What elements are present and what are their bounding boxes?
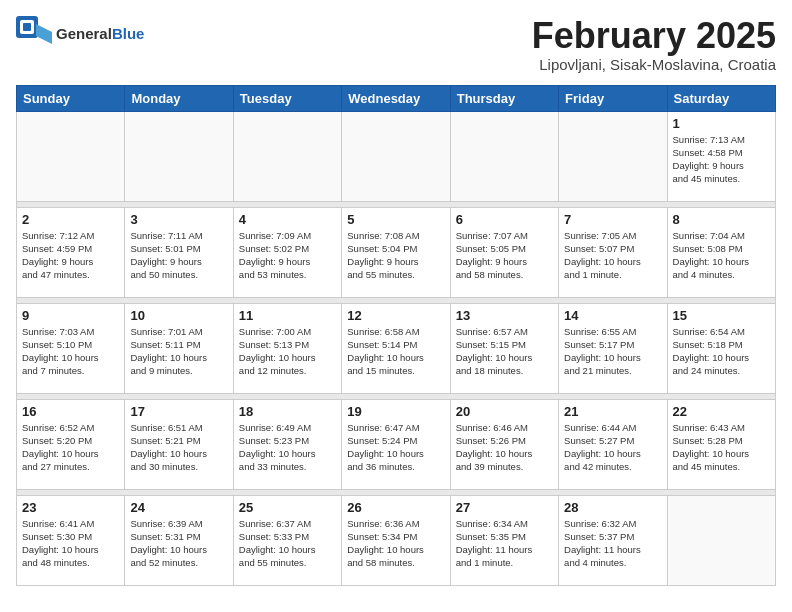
- calendar-week-row: 9Sunrise: 7:03 AM Sunset: 5:10 PM Daylig…: [17, 303, 776, 393]
- day-number: 5: [347, 212, 444, 227]
- day-info: Sunrise: 6:52 AM Sunset: 5:20 PM Dayligh…: [22, 421, 119, 474]
- day-number: 21: [564, 404, 661, 419]
- calendar-day-cell: [17, 111, 125, 201]
- day-info: Sunrise: 6:58 AM Sunset: 5:14 PM Dayligh…: [347, 325, 444, 378]
- day-info: Sunrise: 6:57 AM Sunset: 5:15 PM Dayligh…: [456, 325, 553, 378]
- day-info: Sunrise: 7:03 AM Sunset: 5:10 PM Dayligh…: [22, 325, 119, 378]
- day-number: 3: [130, 212, 227, 227]
- calendar-week-row: 2Sunrise: 7:12 AM Sunset: 4:59 PM Daylig…: [17, 207, 776, 297]
- day-number: 16: [22, 404, 119, 419]
- day-info: Sunrise: 7:01 AM Sunset: 5:11 PM Dayligh…: [130, 325, 227, 378]
- calendar-day-cell: 10Sunrise: 7:01 AM Sunset: 5:11 PM Dayli…: [125, 303, 233, 393]
- day-number: 22: [673, 404, 770, 419]
- calendar-day-cell: [559, 111, 667, 201]
- calendar-day-cell: 14Sunrise: 6:55 AM Sunset: 5:17 PM Dayli…: [559, 303, 667, 393]
- day-info: Sunrise: 7:07 AM Sunset: 5:05 PM Dayligh…: [456, 229, 553, 282]
- day-number: 9: [22, 308, 119, 323]
- day-number: 8: [673, 212, 770, 227]
- calendar-day-cell: 28Sunrise: 6:32 AM Sunset: 5:37 PM Dayli…: [559, 495, 667, 585]
- day-info: Sunrise: 6:44 AM Sunset: 5:27 PM Dayligh…: [564, 421, 661, 474]
- calendar-day-cell: 5Sunrise: 7:08 AM Sunset: 5:04 PM Daylig…: [342, 207, 450, 297]
- day-info: Sunrise: 7:08 AM Sunset: 5:04 PM Dayligh…: [347, 229, 444, 282]
- day-number: 24: [130, 500, 227, 515]
- calendar-day-cell: 12Sunrise: 6:58 AM Sunset: 5:14 PM Dayli…: [342, 303, 450, 393]
- day-header-thursday: Thursday: [450, 85, 558, 111]
- day-header-tuesday: Tuesday: [233, 85, 341, 111]
- day-header-friday: Friday: [559, 85, 667, 111]
- day-number: 15: [673, 308, 770, 323]
- day-number: 13: [456, 308, 553, 323]
- calendar-week-row: 1Sunrise: 7:13 AM Sunset: 4:58 PM Daylig…: [17, 111, 776, 201]
- day-number: 12: [347, 308, 444, 323]
- day-number: 11: [239, 308, 336, 323]
- calendar-day-cell: [450, 111, 558, 201]
- calendar-header-row: SundayMondayTuesdayWednesdayThursdayFrid…: [17, 85, 776, 111]
- logo: GeneralBlue: [16, 16, 144, 52]
- calendar-day-cell: 21Sunrise: 6:44 AM Sunset: 5:27 PM Dayli…: [559, 399, 667, 489]
- calendar-day-cell: 8Sunrise: 7:04 AM Sunset: 5:08 PM Daylig…: [667, 207, 775, 297]
- day-header-monday: Monday: [125, 85, 233, 111]
- calendar-day-cell: 25Sunrise: 6:37 AM Sunset: 5:33 PM Dayli…: [233, 495, 341, 585]
- day-info: Sunrise: 6:54 AM Sunset: 5:18 PM Dayligh…: [673, 325, 770, 378]
- calendar-title: February 2025: [532, 16, 776, 56]
- day-number: 14: [564, 308, 661, 323]
- calendar-day-cell: 23Sunrise: 6:41 AM Sunset: 5:30 PM Dayli…: [17, 495, 125, 585]
- day-number: 7: [564, 212, 661, 227]
- calendar-day-cell: 24Sunrise: 6:39 AM Sunset: 5:31 PM Dayli…: [125, 495, 233, 585]
- calendar-day-cell: [667, 495, 775, 585]
- day-info: Sunrise: 7:05 AM Sunset: 5:07 PM Dayligh…: [564, 229, 661, 282]
- calendar-day-cell: 4Sunrise: 7:09 AM Sunset: 5:02 PM Daylig…: [233, 207, 341, 297]
- day-number: 4: [239, 212, 336, 227]
- calendar-day-cell: 16Sunrise: 6:52 AM Sunset: 5:20 PM Dayli…: [17, 399, 125, 489]
- page-header: GeneralBlue February 2025 Lipovljani, Si…: [16, 16, 776, 73]
- logo-icon: [16, 16, 52, 52]
- svg-rect-2: [23, 23, 31, 31]
- calendar-day-cell: 20Sunrise: 6:46 AM Sunset: 5:26 PM Dayli…: [450, 399, 558, 489]
- day-number: 20: [456, 404, 553, 419]
- calendar-day-cell: 9Sunrise: 7:03 AM Sunset: 5:10 PM Daylig…: [17, 303, 125, 393]
- day-info: Sunrise: 7:12 AM Sunset: 4:59 PM Dayligh…: [22, 229, 119, 282]
- calendar-day-cell: 1Sunrise: 7:13 AM Sunset: 4:58 PM Daylig…: [667, 111, 775, 201]
- day-number: 2: [22, 212, 119, 227]
- day-number: 18: [239, 404, 336, 419]
- calendar-day-cell: 6Sunrise: 7:07 AM Sunset: 5:05 PM Daylig…: [450, 207, 558, 297]
- day-number: 26: [347, 500, 444, 515]
- day-info: Sunrise: 6:43 AM Sunset: 5:28 PM Dayligh…: [673, 421, 770, 474]
- day-info: Sunrise: 6:55 AM Sunset: 5:17 PM Dayligh…: [564, 325, 661, 378]
- calendar-day-cell: 13Sunrise: 6:57 AM Sunset: 5:15 PM Dayli…: [450, 303, 558, 393]
- calendar-week-row: 16Sunrise: 6:52 AM Sunset: 5:20 PM Dayli…: [17, 399, 776, 489]
- day-number: 28: [564, 500, 661, 515]
- day-info: Sunrise: 6:39 AM Sunset: 5:31 PM Dayligh…: [130, 517, 227, 570]
- day-info: Sunrise: 7:13 AM Sunset: 4:58 PM Dayligh…: [673, 133, 770, 186]
- calendar-day-cell: [125, 111, 233, 201]
- day-info: Sunrise: 6:41 AM Sunset: 5:30 PM Dayligh…: [22, 517, 119, 570]
- svg-marker-3: [36, 24, 52, 44]
- day-info: Sunrise: 6:34 AM Sunset: 5:35 PM Dayligh…: [456, 517, 553, 570]
- logo-general: General: [56, 25, 112, 42]
- day-number: 23: [22, 500, 119, 515]
- calendar-day-cell: 26Sunrise: 6:36 AM Sunset: 5:34 PM Dayli…: [342, 495, 450, 585]
- calendar-day-cell: 19Sunrise: 6:47 AM Sunset: 5:24 PM Dayli…: [342, 399, 450, 489]
- day-header-wednesday: Wednesday: [342, 85, 450, 111]
- calendar-day-cell: 27Sunrise: 6:34 AM Sunset: 5:35 PM Dayli…: [450, 495, 558, 585]
- day-header-saturday: Saturday: [667, 85, 775, 111]
- calendar-table: SundayMondayTuesdayWednesdayThursdayFrid…: [16, 85, 776, 586]
- day-info: Sunrise: 6:51 AM Sunset: 5:21 PM Dayligh…: [130, 421, 227, 474]
- day-info: Sunrise: 6:37 AM Sunset: 5:33 PM Dayligh…: [239, 517, 336, 570]
- day-header-sunday: Sunday: [17, 85, 125, 111]
- day-number: 10: [130, 308, 227, 323]
- day-number: 19: [347, 404, 444, 419]
- day-info: Sunrise: 6:47 AM Sunset: 5:24 PM Dayligh…: [347, 421, 444, 474]
- day-info: Sunrise: 6:36 AM Sunset: 5:34 PM Dayligh…: [347, 517, 444, 570]
- day-info: Sunrise: 6:49 AM Sunset: 5:23 PM Dayligh…: [239, 421, 336, 474]
- calendar-day-cell: [342, 111, 450, 201]
- day-info: Sunrise: 6:46 AM Sunset: 5:26 PM Dayligh…: [456, 421, 553, 474]
- day-number: 6: [456, 212, 553, 227]
- calendar-day-cell: 2Sunrise: 7:12 AM Sunset: 4:59 PM Daylig…: [17, 207, 125, 297]
- day-number: 27: [456, 500, 553, 515]
- calendar-day-cell: [233, 111, 341, 201]
- day-number: 17: [130, 404, 227, 419]
- calendar-day-cell: 17Sunrise: 6:51 AM Sunset: 5:21 PM Dayli…: [125, 399, 233, 489]
- calendar-subtitle: Lipovljani, Sisak-Moslavina, Croatia: [532, 56, 776, 73]
- calendar-day-cell: 22Sunrise: 6:43 AM Sunset: 5:28 PM Dayli…: [667, 399, 775, 489]
